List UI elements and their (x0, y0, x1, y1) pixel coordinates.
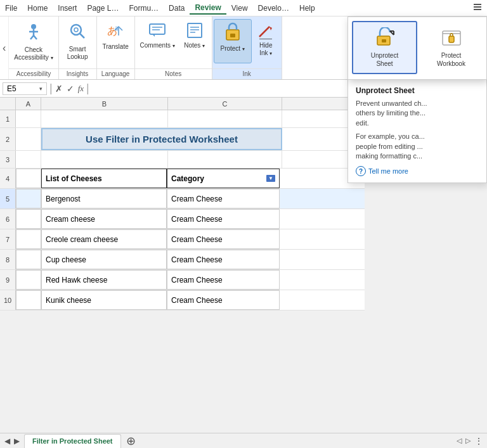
col-header-c[interactable]: C (168, 98, 282, 110)
menu-review[interactable]: Review (190, 2, 226, 15)
table-row: 3 (0, 151, 365, 169)
row-num-8: 8 (0, 250, 16, 269)
cell-4c-header[interactable]: Category ▼ (167, 169, 280, 188)
cell-10a[interactable] (16, 290, 41, 310)
new-sheet-button[interactable]: ⊕ (121, 433, 141, 449)
cell-red-hawk: Red Hawk cheese (46, 276, 107, 285)
tooltip-link[interactable]: ? Tell me more (356, 166, 479, 176)
cell-5c-value: Cream Cheese (171, 195, 223, 203)
menu-home[interactable]: Home (22, 3, 53, 14)
row-num-10: 10 (0, 290, 16, 310)
cell-cup-cheese: Cup cheese (46, 255, 86, 264)
svg-point-10 (74, 28, 78, 32)
tab-scroll-right[interactable]: ▶ (12, 437, 22, 445)
ribbon-group-language: あ a Translate Language (97, 16, 135, 79)
cell-9a[interactable] (16, 270, 41, 290)
cell-ref-dropdown-icon[interactable]: ▾ (39, 86, 42, 92)
menu-data[interactable]: Data (164, 3, 190, 14)
unprotect-sheet-button[interactable]: Unprotect Sheet (352, 21, 417, 74)
row-num-4: 4 (0, 169, 16, 188)
protect-button[interactable]: Protect ▾ (214, 19, 252, 63)
cell-3c[interactable] (168, 151, 282, 168)
notes-group-label: Notes (135, 68, 212, 79)
cell-reference-box[interactable]: E5 ▾ (3, 82, 47, 95)
insert-function-icon[interactable]: fx (78, 84, 84, 94)
category-label: Category (171, 174, 204, 183)
tab-scroll-left[interactable]: ◀ (3, 437, 12, 445)
sheet-scroll-right-icon[interactable]: ▷ (465, 437, 471, 445)
menu-developer[interactable]: Develo… (253, 3, 294, 14)
comments-button[interactable]: Comments ▾ (136, 19, 179, 63)
cell-7a[interactable] (16, 229, 41, 249)
cell-3b[interactable] (41, 151, 168, 168)
cell-5b[interactable]: Bergenost (41, 189, 167, 208)
cell-2a[interactable] (16, 128, 41, 150)
hide-ink-button[interactable]: HideInk ▾ (252, 19, 280, 63)
cell-5c[interactable]: Cream Cheese (167, 189, 280, 208)
cell-bergenost: Bergenost (46, 195, 81, 203)
menu-pagelayout[interactable]: Page L… (82, 3, 124, 14)
svg-rect-34 (449, 36, 454, 42)
smart-lookup-icon (68, 22, 87, 44)
svg-marker-15 (152, 34, 155, 37)
question-circle-icon: ? (356, 166, 366, 176)
smart-lookup-button[interactable]: SmartLookup (60, 19, 95, 63)
menu-help[interactable]: Help (294, 3, 320, 14)
cell-6b[interactable]: Cream cheese (41, 209, 167, 229)
cell-9b[interactable]: Red Hawk cheese (41, 270, 167, 290)
col-header-a[interactable]: A (16, 98, 41, 110)
vertical-dots-icon[interactable]: ⋮ (474, 436, 483, 446)
check-accessibility-label: CheckAccessibility ▾ (14, 46, 53, 61)
row-num-3: 3 (0, 151, 16, 168)
col-header-b[interactable]: B (41, 98, 168, 110)
formula-bar-divider1: | (49, 82, 53, 95)
cell-7b[interactable]: Creole cream cheese (41, 229, 167, 249)
menu-view[interactable]: View (226, 3, 253, 14)
cell-8b[interactable]: Cup cheese (41, 250, 167, 269)
filter-dropdown-icon[interactable]: ▼ (266, 175, 275, 182)
cancel-formula-icon[interactable]: ✗ (55, 84, 63, 94)
cell-3a[interactable] (16, 151, 41, 168)
confirm-formula-icon[interactable]: ✓ (67, 84, 74, 94)
cell-10c[interactable]: Cream Cheese (167, 290, 280, 310)
list-of-cheeses-label: List of Cheeses (46, 174, 102, 183)
svg-rect-0 (474, 4, 481, 5)
notes-label: Notes ▾ (184, 42, 205, 49)
hide-ink-icon (257, 22, 275, 41)
sheet-scroll-left-icon[interactable]: ◁ (457, 437, 462, 445)
row-num-7: 7 (0, 229, 16, 249)
check-accessibility-button[interactable]: CheckAccessibility ▾ (10, 19, 56, 63)
cell-1c[interactable] (168, 110, 282, 127)
notes-button[interactable]: Notes ▾ (179, 19, 211, 63)
tooltip-link-label: Tell me more (368, 167, 408, 175)
cell-8a[interactable] (16, 250, 41, 269)
cell-5a[interactable] (16, 189, 41, 208)
formula-bar-divider2: | (86, 82, 89, 95)
sheet-tab-active[interactable]: Filter in Protected Sheet (24, 434, 121, 448)
cell-9c[interactable]: Cream Cheese (167, 270, 280, 290)
cell-4b-header[interactable]: List of Cheeses (41, 169, 167, 188)
hide-ink-label: HideInk ▾ (259, 42, 273, 57)
cell-1a[interactable] (16, 110, 41, 127)
collapse-ribbon-btn[interactable] (468, 1, 487, 15)
tooltip-title: Unprotect Sheet (356, 86, 479, 95)
cell-6a[interactable] (16, 209, 41, 229)
cell-10b[interactable]: Kunik cheese (41, 290, 167, 310)
menu-file[interactable]: File (0, 3, 22, 14)
menu-insert[interactable]: Insert (53, 3, 82, 14)
table-row: 5 Bergenost Cream Cheese (0, 189, 365, 209)
cell-7c[interactable]: Cream Cheese (167, 229, 280, 249)
insights-group-label: Insights (59, 68, 96, 79)
title-cell[interactable]: Use Filter in Protected Worksheet (41, 128, 282, 150)
protect-workbook-button[interactable]: Protect Workbook (420, 21, 483, 74)
row-num-1: 1 (0, 110, 16, 127)
svg-marker-25 (269, 27, 272, 30)
cell-1b[interactable] (41, 110, 168, 127)
menu-formulas[interactable]: Formu… (124, 3, 164, 14)
protect-workbook-icon (441, 27, 462, 49)
cell-4a[interactable] (16, 169, 41, 188)
translate-button[interactable]: あ a Translate (98, 19, 133, 63)
ribbon-left-overflow[interactable]: ‹ (0, 16, 9, 79)
cell-8c[interactable]: Cream Cheese (167, 250, 280, 269)
cell-6c[interactable]: Cream Cheese (167, 209, 280, 229)
